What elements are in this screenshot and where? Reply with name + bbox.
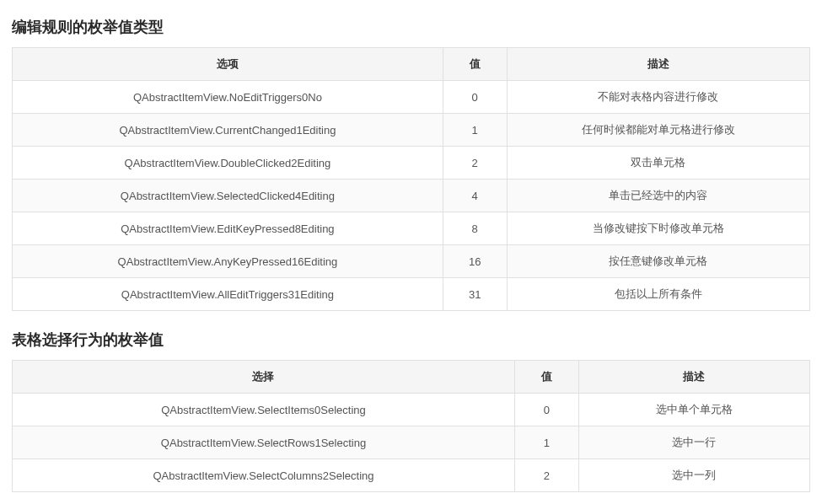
cell-value: 16 [443,245,507,278]
cell-option: QAbstractItemView.CurrentChanged1Editing [13,114,443,147]
table-row: QAbstractItemView.DoubleClicked2Editing … [13,147,810,180]
cell-desc: 双击单元格 [507,147,809,180]
cell-value: 0 [514,394,578,426]
cell-desc: 选中单个单元格 [578,394,809,426]
cell-option: QAbstractItemView.SelectColumns2Selectin… [13,459,515,492]
cell-value: 4 [443,180,507,212]
cell-option: QAbstractItemView.SelectedClicked4Editin… [13,180,443,212]
col-desc-header: 描述 [507,48,809,81]
table-row: QAbstractItemView.SelectItems0Selecting … [13,394,810,426]
table-row: QAbstractItemView.EditKeyPressed8Editing… [13,212,810,245]
section-selection-behavior: 表格选择行为的枚举值 选择 值 描述 QAbstractItemView.Sel… [12,330,810,492]
table-header-row: 选择 值 描述 [13,361,810,394]
section-edit-triggers: 编辑规则的枚举值类型 选项 值 描述 QAbstractItemView.NoE… [12,17,810,311]
col-option-header: 选项 [13,48,443,81]
table-header-row: 选项 值 描述 [13,48,810,81]
cell-option: QAbstractItemView.DoubleClicked2Editing [13,147,443,180]
cell-desc: 单击已经选中的内容 [507,180,809,212]
cell-value: 8 [443,212,507,245]
table-row: QAbstractItemView.CurrentChanged1Editing… [13,114,810,147]
heading-edit-triggers: 编辑规则的枚举值类型 [12,17,810,37]
cell-option: QAbstractItemView.AllEditTriggers31Editi… [13,278,443,311]
cell-value: 2 [514,459,578,492]
cell-desc: 选中一列 [578,459,809,492]
cell-value: 0 [443,81,507,114]
cell-option: QAbstractItemView.EditKeyPressed8Editing [13,212,443,245]
table-selection-behavior: 选择 值 描述 QAbstractItemView.SelectItems0Se… [12,360,810,492]
cell-desc: 不能对表格内容进行修改 [507,81,809,114]
table-row: QAbstractItemView.SelectedClicked4Editin… [13,180,810,212]
table-row: QAbstractItemView.NoEditTriggers0No 0 不能… [13,81,810,114]
cell-desc: 当修改键按下时修改单元格 [507,212,809,245]
cell-option: QAbstractItemView.SelectRows1Selecting [13,426,515,459]
heading-selection-behavior: 表格选择行为的枚举值 [12,330,810,350]
cell-option: QAbstractItemView.SelectItems0Selecting [13,394,515,426]
cell-desc: 包括以上所有条件 [507,278,809,311]
table-row: QAbstractItemView.SelectRows1Selecting 1… [13,426,810,459]
table-row: QAbstractItemView.SelectColumns2Selectin… [13,459,810,492]
cell-value: 31 [443,278,507,311]
cell-desc: 任何时候都能对单元格进行修改 [507,114,809,147]
table-edit-triggers: 选项 值 描述 QAbstractItemView.NoEditTriggers… [12,47,810,311]
col-value-header: 值 [514,361,578,394]
cell-value: 2 [443,147,507,180]
table-row: QAbstractItemView.AnyKeyPressed16Editing… [13,245,810,278]
cell-value: 1 [514,426,578,459]
table-row: QAbstractItemView.AllEditTriggers31Editi… [13,278,810,311]
col-desc-header: 描述 [578,361,809,394]
cell-value: 1 [443,114,507,147]
col-select-header: 选择 [13,361,515,394]
cell-option: QAbstractItemView.NoEditTriggers0No [13,81,443,114]
cell-desc: 按任意键修改单元格 [507,245,809,278]
col-value-header: 值 [443,48,507,81]
cell-desc: 选中一行 [578,426,809,459]
cell-option: QAbstractItemView.AnyKeyPressed16Editing [13,245,443,278]
